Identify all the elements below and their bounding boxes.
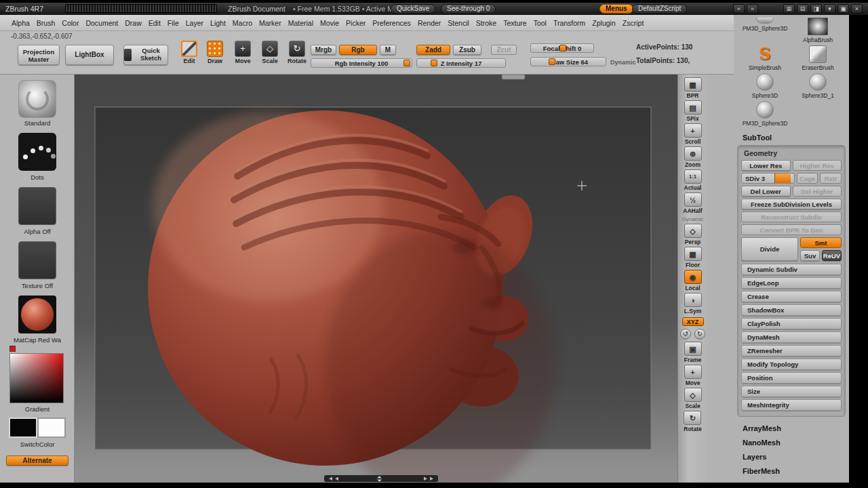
tool-item[interactable]: S SimpleBrush [740, 44, 790, 72]
menu-marker[interactable]: Marker [256, 19, 285, 27]
dynamic-brush-label[interactable]: Dynamic [610, 59, 636, 66]
current-stroke-thumbnail[interactable] [18, 133, 56, 171]
section-edgeloop[interactable]: EdgeLoop [741, 277, 842, 289]
menu-drop-icon[interactable]: ▾ [824, 4, 835, 14]
alternate-button[interactable]: Alternate [6, 455, 68, 466]
dynamic-persp-toggle[interactable]: Dynamic [682, 216, 703, 222]
rotate-mode-button[interactable]: ↻ Rotate [285, 41, 309, 64]
draw-size-handle[interactable] [549, 58, 555, 65]
section-shadowbox[interactable]: ShadowBox [741, 304, 842, 316]
m-button[interactable]: M [380, 45, 396, 55]
convert-bpr-button[interactable]: Convert BPR To Geo [741, 224, 842, 235]
restore-window-icon[interactable]: ▣ [837, 4, 849, 14]
focal-shift-slider[interactable]: Focal Shift 0 [530, 43, 594, 53]
zcut-button[interactable]: Zcut [491, 45, 517, 55]
floor-button[interactable]: ▦ Floor [684, 247, 702, 268]
current-material-thumbnail[interactable] [18, 296, 56, 333]
move-canvas-button[interactable]: + Move [684, 365, 702, 386]
close-icon[interactable]: × [851, 4, 863, 14]
divide-button[interactable]: Divide [741, 237, 798, 261]
focal-shift-handle[interactable] [559, 45, 566, 52]
menu-picker[interactable]: Picker [342, 19, 369, 27]
section-size[interactable]: Size [741, 386, 842, 397]
lsym-button[interactable]: ◑ L.Sym [684, 293, 702, 314]
menu-brush[interactable]: Brush [33, 19, 58, 27]
rgb-button[interactable]: Rgb [339, 45, 377, 55]
projection-master-button[interactable]: Projection Master [18, 45, 60, 65]
section-dynamic-subdiv[interactable]: Dynamic Subdiv [741, 264, 842, 275]
menu-light[interactable]: Light [207, 19, 229, 27]
section-zremesher[interactable]: ZRemesher [741, 345, 842, 357]
menu-render[interactable]: Render [414, 19, 444, 27]
reconstruct-subdiv-button[interactable]: Reconstruct Subdiv [741, 211, 842, 222]
menu-tool[interactable]: Tool [530, 19, 550, 27]
suv-toggle[interactable]: Suv [800, 250, 820, 261]
section-modify-topology[interactable]: Modify Topology [741, 359, 842, 370]
lock-icon[interactable]: ◨ [810, 4, 822, 14]
spin-right-icon[interactable]: ↻ [694, 329, 705, 340]
lightbox-button[interactable]: LightBox [65, 45, 114, 65]
geometry-palette-header[interactable]: Geometry [741, 147, 842, 160]
current-brush-thumbnail[interactable] [18, 80, 56, 118]
z-intensity-handle[interactable] [431, 60, 437, 66]
current-color-swatch[interactable] [9, 346, 16, 352]
higher-res-button[interactable]: Higher Res [793, 160, 842, 171]
frame-button[interactable]: ▣ Frame [684, 342, 702, 363]
canvas-top-handle[interactable] [502, 75, 525, 79]
persp-button[interactable]: ◇ Persp [684, 224, 702, 245]
tray-toggle-right-icon[interactable]: » [747, 4, 758, 14]
rgb-intensity-slider[interactable]: Rgb Intensity 100 [311, 58, 412, 68]
section-claypolish[interactable]: ClayPolish [741, 318, 842, 329]
reuv-button[interactable]: ReUV [822, 250, 842, 261]
quicksave-button[interactable]: QuickSave [391, 4, 435, 14]
menu-stencil[interactable]: Stencil [444, 19, 473, 27]
cage-button[interactable]: Cage [797, 173, 818, 184]
scale-mode-button[interactable]: ◇ Scale [258, 41, 281, 64]
document-canvas[interactable] [75, 75, 677, 483]
menu-stroke[interactable]: Stroke [473, 19, 500, 27]
tool-item[interactable]: Sphere3D [740, 72, 790, 100]
tool-item[interactable]: EraserBrush [793, 44, 843, 72]
draw-mode-button[interactable]: Draw [203, 41, 226, 64]
del-higher-button[interactable]: Del Higher [793, 186, 842, 197]
fibermesh-palette-header[interactable]: FiberMesh [736, 464, 847, 478]
spix-slider[interactable]: ▤ SPix [684, 100, 702, 122]
add-view-icon[interactable]: ⊞ [783, 4, 795, 14]
section-meshintegrity[interactable]: MeshIntegrity [741, 399, 842, 411]
aahalf-button[interactable]: ½ AAHalf [683, 192, 702, 214]
color-picker[interactable] [9, 353, 64, 403]
smt-toggle[interactable]: Smt [800, 237, 842, 248]
bpr-button[interactable]: ▦ BPR [684, 77, 702, 99]
menu-edit[interactable]: Edit [145, 19, 164, 27]
menu-color[interactable]: Color [58, 19, 82, 27]
move-mode-button[interactable]: + Move [231, 41, 254, 64]
menu-transform[interactable]: Transform [550, 19, 589, 27]
spin-left-icon[interactable]: ↺ [680, 329, 691, 340]
canvas-scrollbar[interactable] [324, 475, 438, 482]
menu-zscript[interactable]: Zscript [619, 19, 648, 27]
quick-sketch-button[interactable]: Quick Sketch [123, 45, 168, 65]
tool-item-active[interactable]: PM3D_Sphere3D [740, 100, 790, 127]
tray-toggle-left-icon[interactable]: « [733, 4, 745, 14]
main-color-swatch[interactable] [9, 418, 37, 438]
zoom-button[interactable]: ⊕ Zoom [684, 146, 702, 168]
rotate-canvas-button[interactable]: ↻ Rotate [684, 411, 701, 432]
subtool-palette-header[interactable]: SubTool [736, 130, 847, 144]
menu-layer[interactable]: Layer [182, 19, 207, 27]
switchcolor-label[interactable]: SwitchColor [0, 441, 75, 448]
sdiv-handle[interactable] [774, 174, 791, 183]
scroll-button[interactable]: + Scroll [684, 123, 702, 145]
menu-draw[interactable]: Draw [121, 19, 145, 27]
local-button[interactable]: ◉ Local [684, 270, 702, 291]
menu-material[interactable]: Material [285, 19, 317, 27]
zsub-button[interactable]: Zsub [453, 45, 481, 55]
menus-button[interactable]: Menus [599, 4, 633, 14]
zadd-button[interactable]: Zadd [416, 45, 450, 55]
menu-texture[interactable]: Texture [500, 19, 530, 27]
section-crease[interactable]: Crease [741, 291, 842, 302]
menu-preferences[interactable]: Preferences [369, 19, 414, 27]
nanomesh-palette-header[interactable]: NanoMesh [736, 435, 847, 449]
xyz-button[interactable]: XYZ [682, 317, 704, 326]
current-alpha-thumbnail[interactable] [18, 187, 56, 225]
menu-alpha[interactable]: Alpha [8, 19, 33, 27]
